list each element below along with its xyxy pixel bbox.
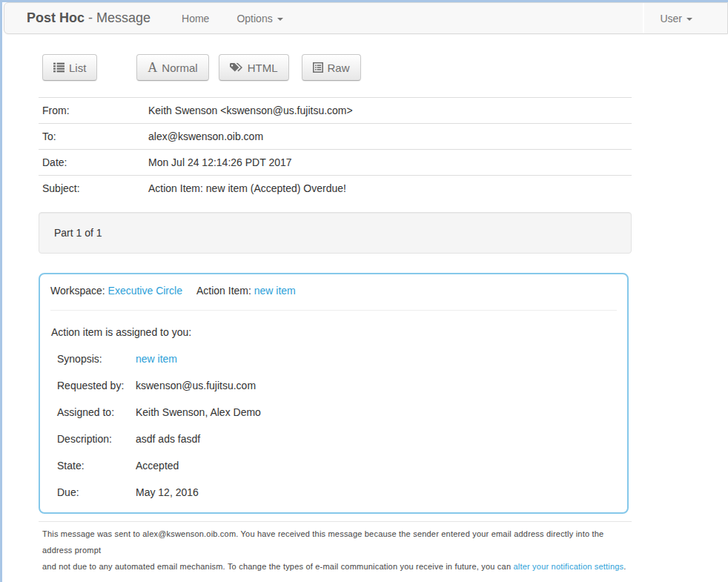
header-value: Keith Swenson <kswenson@us.fujitsu.com>: [148, 98, 632, 124]
message-panel: Workspace: Executive Circle Action Item:…: [39, 273, 629, 514]
header-row-subject: Subject: Action Item: new item (Accepted…: [39, 176, 632, 202]
header-row-date: Date: Mon Jul 24 12:14:26 PDT 2017: [39, 150, 632, 176]
page-content: List A Normal HTML: [39, 54, 632, 575]
chevron-down-icon: [686, 18, 692, 21]
field-value: asdf ads fasdf: [136, 431, 200, 446]
field-value: Accepted: [136, 458, 179, 473]
workspace-line: Workspace: Executive Circle Action Item:…: [50, 283, 617, 298]
footer-line2-text: and not due to any automated email mecha…: [42, 562, 513, 571]
font-icon: A: [148, 62, 157, 73]
header-label: To:: [39, 124, 148, 150]
brand-title: Post Hoc: [27, 10, 85, 25]
footer-divider: [39, 521, 632, 522]
field-row-state: State: Accepted: [50, 458, 617, 473]
nav-user-label: User: [660, 13, 682, 24]
footer-line2: and not due to any automated email mecha…: [42, 558, 632, 575]
field-label: Synopsis:: [57, 351, 136, 366]
html-view-button[interactable]: HTML: [219, 54, 289, 81]
field-row-requested-by: Requested by: kswenson@us.fujitsu.com: [50, 378, 617, 393]
synopsis-link[interactable]: new item: [136, 351, 177, 366]
header-row-to: To: alex@kswenson.oib.com: [39, 124, 632, 150]
nav-options[interactable]: Options: [236, 13, 282, 24]
assignment-intro: Action item is assigned to you:: [50, 325, 617, 340]
navbar-divider: [643, 3, 644, 33]
nav-user-menu[interactable]: User: [660, 13, 692, 24]
normal-button-label: Normal: [162, 62, 197, 74]
footer-notice: This message was sent to alex@kswenson.o…: [39, 526, 632, 575]
tags-icon: [230, 62, 243, 73]
nav-options-label: Options: [236, 13, 272, 24]
workspace-link[interactable]: Executive Circle: [108, 285, 182, 297]
field-label: Due:: [57, 485, 136, 500]
header-label: Subject:: [39, 176, 148, 202]
app-brand[interactable]: Post Hoc - Message: [27, 10, 150, 26]
field-row-synopsis: Synopsis: new item: [50, 351, 617, 366]
view-toolbar: List A Normal HTML: [39, 54, 632, 81]
field-label: Requested by:: [57, 378, 136, 393]
email-header-table: From: Keith Swenson <kswenson@us.fujitsu…: [39, 97, 632, 201]
list-icon: [53, 62, 64, 73]
html-button-label: HTML: [248, 62, 278, 74]
list-view-button[interactable]: List: [42, 54, 97, 81]
action-item-link[interactable]: new item: [254, 285, 296, 297]
field-label: State:: [57, 458, 136, 473]
divider: [50, 310, 617, 311]
raw-button-label: Raw: [328, 62, 350, 74]
part-banner: Part 1 of 1: [39, 212, 632, 254]
normal-view-button[interactable]: A Normal: [136, 54, 208, 81]
footer-line1: This message was sent to alex@kswenson.o…: [42, 526, 632, 558]
action-item-label: Action Item:: [196, 285, 251, 297]
navbar-right: User: [643, 3, 727, 33]
chevron-down-icon: [277, 18, 283, 21]
field-value: kswenson@us.fujitsu.com: [136, 378, 256, 393]
field-row-assigned-to: Assigned to: Keith Swenson, Alex Demo: [50, 405, 617, 420]
header-value: Action Item: new item (Accepted) Overdue…: [148, 176, 632, 202]
footer-line2-period: .: [623, 562, 626, 571]
header-value: alex@kswenson.oib.com: [148, 124, 632, 150]
field-label: Description:: [57, 431, 136, 446]
header-row-from: From: Keith Swenson <kswenson@us.fujitsu…: [39, 98, 632, 124]
raw-view-button[interactable]: Raw: [302, 54, 361, 81]
field-row-due: Due: May 12, 2016: [50, 485, 617, 500]
header-value: Mon Jul 24 12:14:26 PDT 2017: [148, 150, 632, 176]
workspace-label: Workspace:: [50, 285, 105, 297]
field-label: Assigned to:: [57, 405, 136, 420]
field-value: Keith Swenson, Alex Demo: [136, 405, 261, 420]
list-alt-icon: [313, 62, 323, 73]
field-value: May 12, 2016: [136, 485, 199, 500]
brand-subtitle: - Message: [85, 10, 150, 25]
navbar: Post Hoc - Message Home Options User: [4, 2, 728, 34]
list-button-label: List: [69, 62, 86, 74]
header-label: From:: [39, 98, 148, 124]
notification-settings-link[interactable]: alter your notification settings: [513, 562, 623, 571]
header-label: Date:: [39, 150, 148, 176]
nav-home[interactable]: Home: [182, 13, 209, 24]
field-row-description: Description: asdf ads fasdf: [50, 431, 617, 446]
